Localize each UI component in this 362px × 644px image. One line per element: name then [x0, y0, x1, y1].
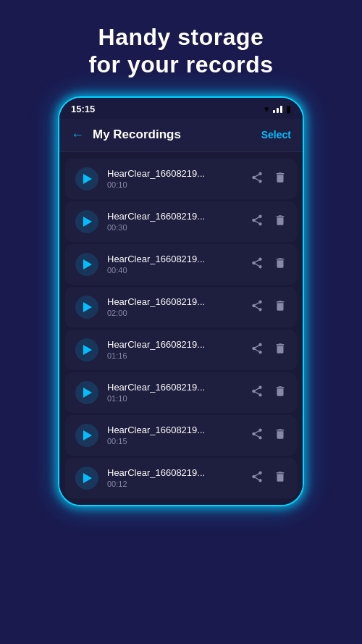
- delete-icon[interactable]: [274, 256, 287, 272]
- play-triangle-icon: [83, 217, 92, 227]
- delete-icon[interactable]: [274, 171, 287, 187]
- recording-name: HearClear_16608219...: [107, 168, 242, 179]
- recording-duration: 00:30: [107, 223, 242, 232]
- play-button[interactable]: [75, 253, 98, 276]
- share-icon[interactable]: [251, 171, 264, 187]
- action-icons: [251, 385, 287, 401]
- play-button[interactable]: [75, 424, 98, 447]
- recording-name: HearClear_16608219...: [107, 211, 242, 222]
- recording-info: HearClear_16608219... 00:40: [107, 254, 242, 275]
- play-triangle-icon: [83, 259, 92, 269]
- recordings-list: HearClear_16608219... 00:10: [59, 152, 303, 505]
- recording-duration: 01:16: [107, 351, 242, 360]
- action-icons: [251, 427, 287, 443]
- share-icon[interactable]: [251, 385, 264, 401]
- action-icons: [251, 171, 287, 187]
- status-icons: ▾ ▮: [264, 104, 291, 114]
- list-item: HearClear_16608219... 00:30: [65, 201, 297, 242]
- delete-icon[interactable]: [274, 342, 287, 358]
- recording-info: HearClear_16608219... 00:12: [107, 467, 242, 488]
- action-icons: [251, 256, 287, 272]
- action-icons: [251, 470, 287, 486]
- play-button[interactable]: [75, 381, 98, 404]
- delete-icon[interactable]: [274, 385, 287, 401]
- wifi-icon: ▾: [264, 104, 269, 114]
- recording-info: HearClear_16608219... 01:16: [107, 339, 242, 360]
- recording-duration: 00:40: [107, 266, 242, 275]
- hero-line1: Handy storage: [98, 24, 264, 50]
- hero-section: Handy storage for your records: [59, 0, 302, 96]
- recording-info: HearClear_16608219... 00:30: [107, 211, 242, 232]
- recording-duration: 02:00: [107, 309, 242, 317]
- recording-name: HearClear_16608219...: [107, 425, 242, 435]
- play-button[interactable]: [75, 296, 98, 319]
- signal-icon: [273, 104, 282, 113]
- battery-icon: ▮: [286, 104, 291, 114]
- status-bar: 15:15 ▾ ▮: [59, 98, 303, 119]
- share-icon[interactable]: [251, 214, 264, 230]
- delete-icon[interactable]: [274, 427, 287, 443]
- phone-wrapper: 15:15 ▾ ▮ ← My Recordings Select HearCle…: [36, 96, 326, 506]
- play-button[interactable]: [75, 467, 98, 490]
- list-item: HearClear_16608219... 00:12: [65, 458, 297, 498]
- recording-info: HearClear_16608219... 02:00: [107, 296, 242, 317]
- list-item: HearClear_16608219... 00:10: [65, 159, 297, 199]
- recording-info: HearClear_16608219... 01:10: [107, 382, 242, 403]
- play-triangle-icon: [83, 345, 92, 355]
- recording-duration: 01:10: [107, 394, 242, 403]
- back-arrow-icon[interactable]: ←: [71, 127, 84, 143]
- app-header: ← My Recordings Select: [59, 119, 303, 152]
- play-button[interactable]: [75, 338, 98, 361]
- page-title: My Recordings: [93, 127, 261, 142]
- select-button[interactable]: Select: [261, 129, 291, 141]
- delete-icon[interactable]: [274, 214, 287, 230]
- play-triangle-icon: [83, 388, 92, 398]
- action-icons: [251, 299, 287, 315]
- play-button[interactable]: [75, 167, 98, 191]
- hero-line2: for your records: [88, 51, 273, 78]
- recording-info: HearClear_16608219... 00:15: [107, 425, 242, 446]
- delete-icon[interactable]: [274, 299, 287, 315]
- list-item: HearClear_16608219... 00:40: [65, 244, 297, 285]
- share-icon[interactable]: [251, 256, 264, 272]
- list-item: HearClear_16608219... 01:10: [65, 372, 297, 413]
- share-icon[interactable]: [251, 299, 264, 315]
- recording-name: HearClear_16608219...: [107, 254, 242, 264]
- recording-name: HearClear_16608219...: [107, 339, 242, 350]
- share-icon[interactable]: [251, 342, 264, 358]
- play-triangle-icon: [83, 174, 92, 184]
- recording-name: HearClear_16608219...: [107, 467, 242, 478]
- recording-name: HearClear_16608219...: [107, 296, 242, 307]
- play-triangle-icon: [83, 473, 92, 483]
- recording-name: HearClear_16608219...: [107, 382, 242, 393]
- action-icons: [251, 342, 287, 358]
- recording-duration: 00:10: [107, 180, 242, 189]
- play-triangle-icon: [83, 430, 92, 440]
- status-time: 15:15: [71, 104, 95, 114]
- play-button[interactable]: [75, 210, 98, 233]
- play-triangle-icon: [83, 302, 92, 312]
- phone-frame: 15:15 ▾ ▮ ← My Recordings Select HearCle…: [58, 96, 304, 506]
- share-icon[interactable]: [251, 427, 264, 443]
- action-icons: [251, 214, 287, 230]
- recording-duration: 00:15: [107, 437, 242, 446]
- list-item: HearClear_16608219... 00:15: [65, 415, 297, 456]
- list-item: HearClear_16608219... 02:00: [65, 287, 297, 327]
- share-icon[interactable]: [251, 470, 264, 486]
- recording-info: HearClear_16608219... 00:10: [107, 168, 242, 189]
- list-item: HearClear_16608219... 01:16: [65, 330, 297, 370]
- delete-icon[interactable]: [274, 470, 287, 486]
- recording-duration: 00:12: [107, 480, 242, 488]
